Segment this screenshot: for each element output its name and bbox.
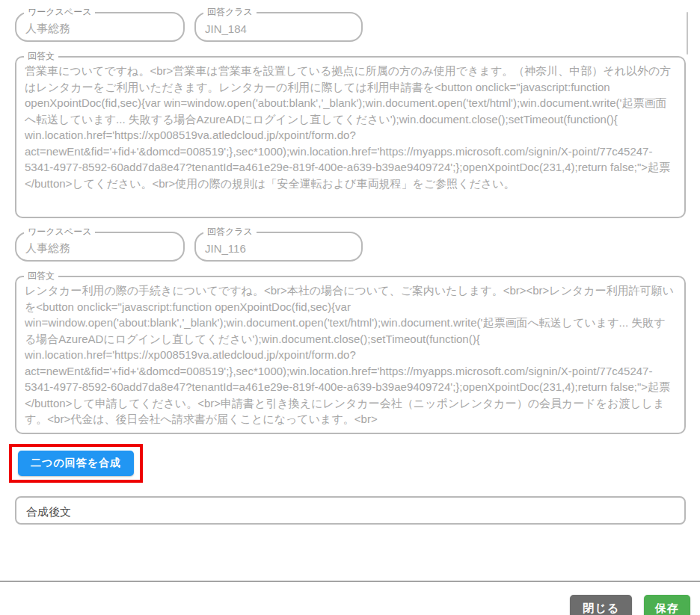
answer2-class-field[interactable]: 回答クラス <box>194 232 363 262</box>
answer2-textarea[interactable]: レンタカー利用の際の手続きについてですね。<br>本社の場合について、ご案内いた… <box>16 277 684 433</box>
answer2-workspace-input[interactable] <box>16 233 183 260</box>
answer-class-label: 回答クラス <box>203 226 257 237</box>
save-button[interactable]: 保存 <box>644 595 690 615</box>
answer-merge-dialog: ワークスペース 回答クラス 回答文 営業車についてですね。<br>営業車は営業車… <box>0 12 700 615</box>
answer1-textarea[interactable]: 営業車についてですね。<br>営業車は営業車を設置している拠点に所属の方のみ使用… <box>16 58 684 217</box>
footer-divider <box>0 581 700 582</box>
merge-button-highlight-box: 二つの回答を合成 <box>9 444 143 483</box>
answer1-workspace-field[interactable]: ワークスペース <box>15 12 185 42</box>
merge-answers-button[interactable]: 二つの回答を合成 <box>18 451 134 476</box>
answer1-text-field[interactable]: 回答文 営業車についてですね。<br>営業車は営業車を設置している拠点に所属の方… <box>15 56 686 218</box>
scrollbar-thumb[interactable] <box>687 12 688 55</box>
answer1-class-input[interactable] <box>196 13 361 40</box>
dialog-footer: 閉じる 保存 <box>570 595 690 615</box>
merged-text-input[interactable] <box>16 498 684 523</box>
close-button[interactable]: 閉じる <box>570 595 632 615</box>
answer1-section: ワークスペース 回答クラス 回答文 営業車についてですね。<br>営業車は営業車… <box>15 12 686 218</box>
answer-text-label: 回答文 <box>24 51 58 61</box>
merged-text-field[interactable] <box>15 496 686 525</box>
answer1-class-field[interactable]: 回答クラス <box>194 12 363 42</box>
answer2-workspace-field[interactable]: ワークスペース <box>15 232 185 262</box>
answer2-section: ワークスペース 回答クラス 回答文 レンタカー利用の際の手続きについてですね。<… <box>15 232 686 434</box>
answer2-class-input[interactable] <box>196 233 361 260</box>
answer-class-label: 回答クラス <box>203 7 257 17</box>
workspace-label: ワークスペース <box>24 226 95 237</box>
answer-text-label: 回答文 <box>24 271 58 281</box>
workspace-label: ワークスペース <box>24 7 95 17</box>
answer1-workspace-input[interactable] <box>16 13 183 40</box>
answer2-text-field[interactable]: 回答文 レンタカー利用の際の手続きについてですね。<br>本社の場合について、ご… <box>15 276 686 434</box>
